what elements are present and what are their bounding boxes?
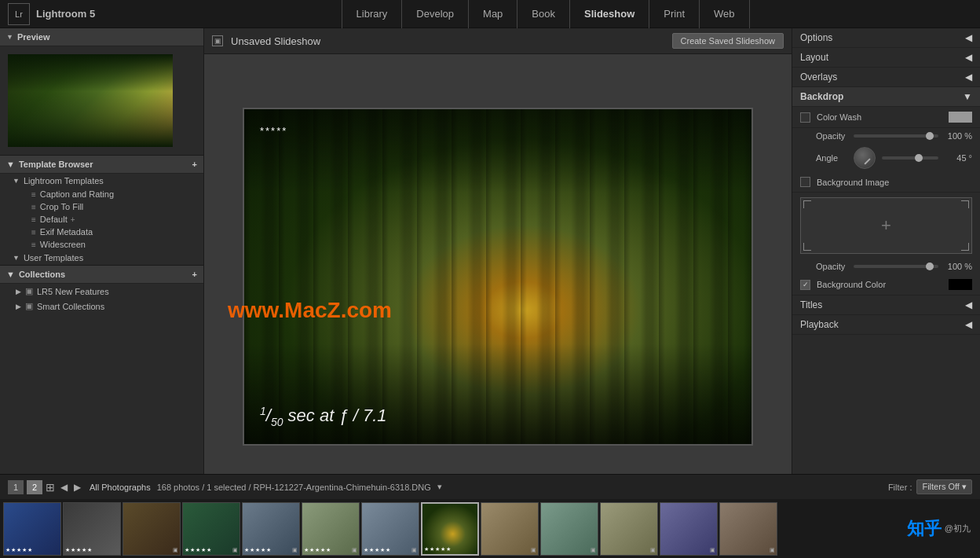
thumb-badge: ▣ [232,547,238,553]
collection-smart[interactable]: ▶ ▣ Smart Collections [0,299,203,314]
bg-corner-tl [803,200,811,208]
backdrop-header[interactable]: Backdrop ▼ [792,87,980,107]
overlays-label: Overlays [800,72,837,83]
template-exif-metadata[interactable]: ≡ Exif Metadata [0,226,203,238]
template-icon: ≡ [31,240,36,249]
dng-dropdown[interactable]: ▾ [437,482,442,492]
lightroom-templates-header[interactable]: ▼ Lightroom Templates [0,174,203,188]
filter-section: Filter : Filters Off ▾ [888,479,972,494]
titles-row[interactable]: Titles ◀ [792,296,980,315]
nav-map[interactable]: Map [469,0,517,28]
collections-add-button[interactable]: + [192,270,197,279]
top-navigation: Lr Lightroom 5 Library Develop Map Book … [0,0,980,28]
film-thumb-11[interactable]: ▣ [660,502,718,556]
filmstrip-nav: 1 2 ⊞ ◀ ▶ [8,480,83,494]
angle-dial[interactable] [854,147,876,169]
nav-book[interactable]: Book [517,0,570,28]
main-layout: ▼ Preview ▼ Template Browser + ▼ Lightro… [0,28,980,533]
overlays-tri: ◀ [965,72,972,83]
angle-thumb[interactable] [915,154,923,162]
film-thumb-4[interactable]: ★★★★★ ▣ [182,502,240,556]
collection-name: LR5 New Features [37,287,109,296]
page-2[interactable]: 2 [27,480,42,494]
template-icon: ≡ [31,190,36,199]
create-saved-button[interactable]: Create Saved Slideshow [672,33,784,49]
zhihu-icon: 知乎 [907,517,942,541]
film-thumb-1[interactable]: ★★★★★ [3,502,61,556]
thumb-stars: ★★★★★ [244,547,272,553]
grid-icon[interactable]: ⊞ [46,481,55,494]
angle-label: Angle [816,153,847,163]
bg-image-box[interactable]: + [800,197,972,254]
collection-lr5[interactable]: ▶ ▣ LR5 New Features [0,284,203,299]
options-row[interactable]: Options ◀ [792,28,980,48]
nav-arrows: ◀ ▶ [58,480,83,494]
film-thumb-12[interactable]: ▣ [719,502,777,556]
bg-opacity-thumb[interactable] [926,262,934,270]
bg-image-checkbox[interactable] [800,177,810,187]
color-wash-swatch[interactable] [949,112,972,123]
thumb-stars: ★★★★★ [5,547,33,553]
titles-label: Titles [800,299,822,310]
filmstrip: ★★★★★ ★★★★★ ▣ ★★★★★ ▣ ★★★★★ ▣ ★★★★★ ▣ ★★… [0,499,980,558]
opacity-thumb[interactable] [926,132,934,140]
bg-color-label: Background Color [817,280,942,289]
overlays-row[interactable]: Overlays ◀ [792,68,980,87]
lr-templates-tri: ▼ [13,177,20,185]
film-thumb-10[interactable]: ▣ [600,502,658,556]
user-templates-header[interactable]: ▼ User Templates [0,251,203,265]
film-thumb-selected[interactable]: ★★★★★ [421,502,479,556]
collections-section: ▼ Collections + ▶ ▣ LR5 New Features ▶ ▣… [0,265,203,505]
playback-row[interactable]: Playback ◀ [792,315,980,335]
angle-slider[interactable] [882,156,938,160]
template-icon: ≡ [31,228,36,237]
film-thumb-6[interactable]: ★★★★★ ▣ [302,502,360,556]
template-group-lightroom: ▼ Lightroom Templates ≡ Caption and Rati… [0,174,203,251]
template-add[interactable]: + [71,215,75,224]
bg-color-swatch[interactable] [949,279,972,290]
template-widescreen[interactable]: ≡ Widescreen [0,238,203,251]
nav-prev[interactable]: ◀ [58,480,70,494]
template-default[interactable]: ≡ Default + [0,213,203,226]
filter-dropdown-icon: ▾ [962,482,967,491]
preview-header[interactable]: ▼ Preview [0,28,203,46]
bg-opacity-label: Opacity [816,262,847,271]
layout-tri: ◀ [965,52,972,63]
film-thumb-7[interactable]: ★★★★★ ▣ [361,502,419,556]
folder-icon: ▣ [25,286,33,296]
nav-library[interactable]: Library [342,0,403,28]
bg-opacity-slider[interactable] [854,265,938,268]
film-thumb-2[interactable]: ★★★★★ [63,502,121,556]
film-thumb-5[interactable]: ★★★★★ ▣ [242,502,300,556]
slide-frame: ***** 1/50 sec at ƒ / 7.1 [243,108,753,446]
bg-opacity-value: 100 % [945,262,972,271]
filter-select[interactable]: Filters Off ▾ [916,479,972,494]
nav-print[interactable]: Print [649,0,700,28]
nav-next[interactable]: ▶ [71,480,83,494]
preview-image [8,54,173,147]
slide-stars: ***** [260,125,287,137]
template-caption-rating[interactable]: ≡ Caption and Rating [0,188,203,200]
slide-photo [244,109,751,444]
thumb-badge: ▣ [710,547,715,553]
backdrop-label: Backdrop [800,91,843,102]
film-thumb-9[interactable]: ▣ [540,502,598,556]
coll-tri: ▶ [16,288,21,296]
layout-row[interactable]: Layout ◀ [792,48,980,68]
slideshow-icon: ▣ [212,35,223,46]
nav-develop[interactable]: Develop [402,0,469,28]
color-wash-checkbox[interactable] [800,112,810,123]
page-1[interactable]: 1 [8,480,24,494]
bg-color-checkbox[interactable]: ✓ [800,280,810,290]
nav-slideshow[interactable]: Slideshow [570,0,649,28]
template-icon: ≡ [31,215,36,224]
template-name: Default [40,215,68,224]
nav-web[interactable]: Web [700,0,750,28]
bg-image-add-icon[interactable]: + [881,215,891,236]
collection-name: Smart Collections [37,302,104,311]
opacity-slider[interactable] [854,134,938,138]
tb-add-button[interactable]: + [192,160,197,169]
film-thumb-8[interactable]: ▣ [481,502,539,556]
template-crop-to-fill[interactable]: ≡ Crop To Fill [0,200,203,213]
film-thumb-3[interactable]: ▣ [122,502,181,556]
